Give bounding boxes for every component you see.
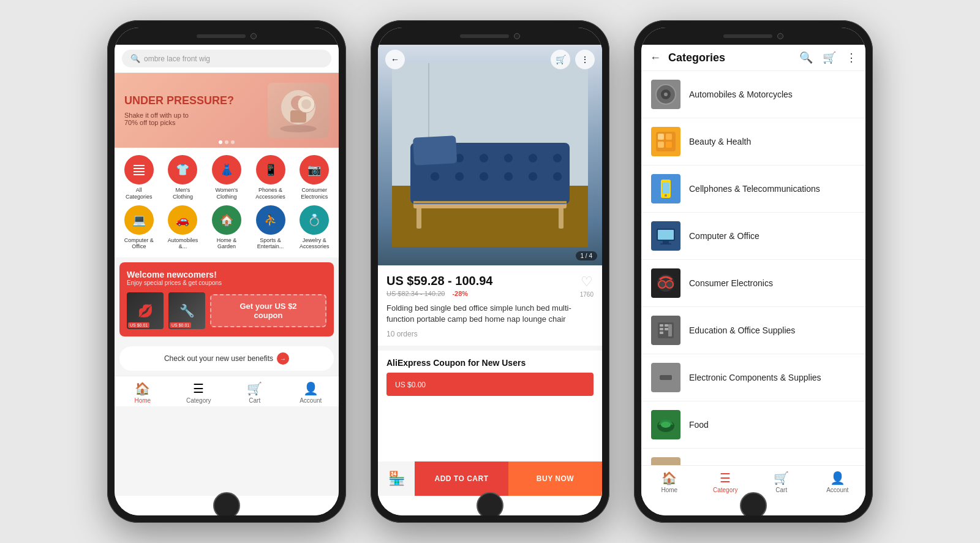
cat-beauty-health[interactable]: Beauty & Health [641,118,865,165]
product-thumb-1[interactable]: 💋 US $0.01 [127,292,164,329]
more-options-button[interactable]: ⋮ [575,50,595,69]
search-input[interactable]: 🔍 ombre lace front wig [122,50,331,67]
cat-food[interactable]: Food [641,401,865,449]
coupon-banner[interactable]: US $0.00 [386,373,594,396]
nav-home[interactable]: 🏠 Home [115,381,171,404]
store-button[interactable]: 🏪 [378,461,415,496]
svg-rect-46 [663,241,669,243]
product-action-bar: 🏪 ADD TO CART BUY NOW [378,461,602,496]
phone-3-top-bar [641,28,865,45]
phone-1-top-bar [115,28,339,45]
category-grid: AllCategories 👕 Men'sClothing 👗 Women'sC… [115,148,339,257]
header-icons: 🔍 🛒 ⋮ [799,51,857,64]
promo-banner[interactable]: UNDER PRESSURE? Shake it off with up to … [115,73,339,148]
cat-education-office[interactable]: Education & Office Supplies [641,307,865,354]
phone-3-speaker [723,34,772,38]
product-title: Folding bed single bed office simple lun… [386,303,594,325]
svg-rect-6 [134,165,145,166]
auto-thumb-svg [655,83,677,105]
elec-thumb-svg [655,366,677,389]
back-button[interactable]: ← [385,50,405,69]
cart-header-button[interactable]: 🛒 [551,50,570,69]
cat-auto-icon: 🚗 [168,205,197,235]
cat-all-categories[interactable]: AllCategories [119,155,159,200]
home-icon-p3: 🏠 [662,471,677,485]
cat-mens-label: Men'sClothing [173,187,193,200]
account-icon: 👤 [303,381,318,396]
nav-account-p3[interactable]: 👤 Account [810,471,866,493]
welcome-subtitle: Enjoy special prices & get coupons [127,279,326,286]
cat-consumer-electronics[interactable]: 📷 ConsumerElectronics [295,155,334,200]
cat-jewelry[interactable]: 💍 Jewelry &Accessories [295,205,334,251]
cat-cellphones[interactable]: Cellphones & Telecommunications [641,165,865,213]
cat-mens-clothing[interactable]: 👕 Men'sClothing [164,155,203,200]
cat-sports[interactable]: ⛹ Sports &Entertain... [251,205,290,251]
coupon-box[interactable]: Get your US $2coupon [210,294,326,327]
cat-beauty-name: Beauty & Health [689,137,751,146]
phone-3-home-button[interactable] [740,492,767,515]
cat-womens-clothing[interactable]: 👗 Women'sClothing [207,155,246,200]
cat-computer-office[interactable]: 💻 Computer &Office [119,205,159,251]
cart-header-icon[interactable]: 🛒 [823,51,836,64]
svg-point-23 [529,154,537,162]
svg-point-0 [280,125,317,132]
svg-rect-40 [666,142,672,148]
svg-point-21 [480,154,488,162]
cat-consumer-label: ConsumerElectronics [301,187,328,200]
svg-point-26 [455,172,464,181]
price-tag-1: US $0.01 [128,322,149,328]
cat-computer-thumb [651,221,680,251]
more-header-icon[interactable]: ⋮ [846,51,857,64]
price-section: US $59.28 - 100.94 US $82.34 - 140.20 -2… [386,274,492,297]
banner-dots [219,140,235,144]
furniture-thumb-svg [655,461,677,465]
cat-consumer-electronics-item[interactable]: Consumer Electronics [641,260,865,307]
nav-account[interactable]: 👤 Account [283,381,339,404]
cat-consumer-name: Consumer Electronics [689,278,773,288]
cat-sports-icon: ⛹ [256,205,285,235]
cat-womens-label: Women'sClothing [215,187,238,200]
phone-2-screen: ← 🛒 ⋮ [378,45,602,496]
svg-rect-53 [660,324,663,327]
categories-list: Automobiles & Motorcycles Beauty & Healt… [641,71,865,465]
home-icon: 🏠 [135,381,150,396]
nav-category-p3[interactable]: ☰ Category [698,471,754,493]
phone-2-home-button[interactable] [477,492,503,515]
banner-subtitle: Shake it off with up to 70% off top pick… [124,112,234,126]
add-to-cart-button[interactable]: ADD TO CART [415,461,508,496]
back-arrow-icon[interactable]: ← [650,51,661,64]
cat-home-garden[interactable]: 🏠 Home &Garden [207,205,246,251]
new-user-label: Check out your new user benefits [164,354,273,363]
phone-1-speaker [197,34,246,38]
nav-cart-p3[interactable]: 🛒 Cart [753,471,810,493]
svg-rect-39 [666,134,672,140]
search-bar: 🔍 ombre lace front wig [115,45,339,73]
phone-3: ← Categories 🔍 🛒 ⋮ [634,20,873,523]
cat-electronic-components[interactable]: Electronic Components & Supplies [641,354,865,401]
buy-now-button[interactable]: BUY NOW [508,461,602,496]
cat-automobiles-motorcycles[interactable]: Automobiles & Motorcycles [641,71,865,118]
cat-furniture[interactable]: Furniture [641,449,865,465]
cat-furniture-thumb [651,457,680,465]
nav-cart[interactable]: 🛒 Cart [227,381,283,404]
product-thumb-2[interactable]: 🔧 US $0.01 [168,292,205,329]
phone-1-home-button[interactable] [213,492,240,515]
nav-category[interactable]: ☰ Category [171,381,227,404]
cat-computer-office-item[interactable]: Computer & Office [641,213,865,260]
product-header: ← 🛒 ⋮ [378,45,602,74]
account-icon-p3: 👤 [830,471,845,485]
food-thumb-svg [655,414,677,436]
cat-beauty-thumb [651,127,680,156]
price-tag-2: US $0.01 [170,322,191,328]
new-user-button[interactable]: Check out your new user benefits → [119,346,334,371]
product-price: US $59.28 - 100.94 [386,274,492,288]
nav-home-p3[interactable]: 🏠 Home [641,471,698,493]
svg-point-22 [504,154,513,162]
wishlist-section[interactable]: ♡ 1760 [580,274,594,298]
svg-rect-58 [668,324,672,336]
svg-rect-55 [660,328,663,330]
cat-automobiles[interactable]: 🚗 Automobiles&... [164,205,203,251]
search-header-icon[interactable]: 🔍 [799,51,813,64]
svg-point-25 [431,172,439,181]
cat-phones[interactable]: 📱 Phones &Accessories [251,155,290,200]
